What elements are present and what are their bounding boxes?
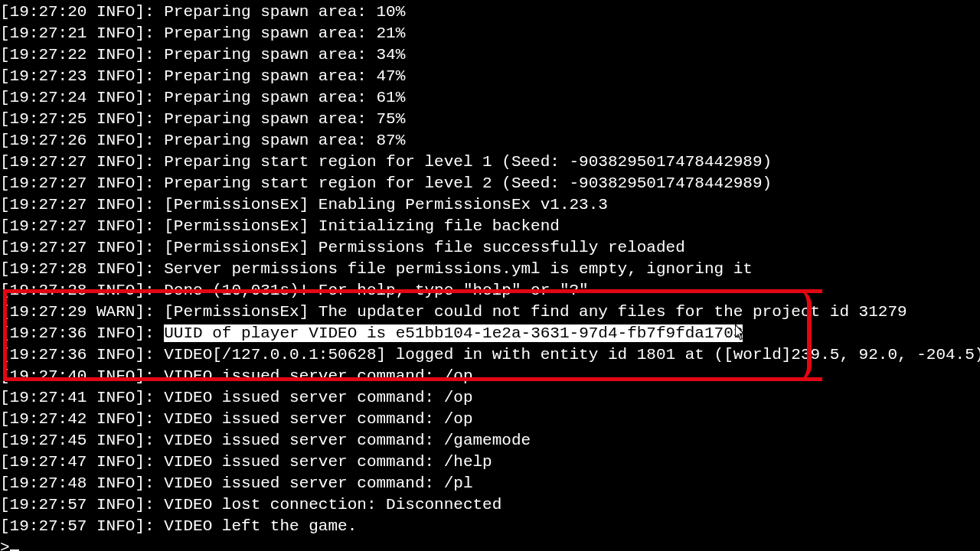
log-line: [19:27:36 INFO]: VIDEO[/127.0.0.1:50628]… bbox=[0, 344, 980, 366]
log-line: [19:27:41 INFO]: VIDEO issued server com… bbox=[0, 387, 980, 409]
prompt-symbol: > bbox=[0, 539, 10, 551]
log-line: [19:27:27 INFO]: Preparing start region … bbox=[0, 152, 980, 173]
log-line: [19:27:23 INFO]: Preparing spawn area: 4… bbox=[0, 66, 980, 87]
log-line: [19:27:25 INFO]: Preparing spawn area: 7… bbox=[0, 109, 980, 130]
log-line: [19:27:26 INFO]: Preparing spawn area: 8… bbox=[0, 130, 980, 152]
log-line-uuid: [19:27:36 INFO]: UUID of player VIDEO is… bbox=[0, 323, 980, 344]
log-line: [19:27:27 INFO]: [PermissionsEx] Initial… bbox=[0, 216, 980, 237]
log-line: [19:27:27 INFO]: Preparing start region … bbox=[0, 173, 980, 194]
log-line: [19:27:20 INFO]: Preparing spawn area: 1… bbox=[0, 2, 980, 23]
console-prompt[interactable]: > bbox=[0, 537, 980, 551]
log-line: [19:27:57 INFO]: VIDEO left the game. bbox=[0, 516, 980, 537]
log-line: [19:27:40 INFO]: VIDEO issued server com… bbox=[0, 366, 980, 387]
console-log: [19:27:20 INFO]: Preparing spawn area: 1… bbox=[0, 2, 980, 537]
log-line: [19:27:22 INFO]: Preparing spawn area: 3… bbox=[0, 44, 980, 66]
log-line: [19:27:24 INFO]: Preparing spawn area: 6… bbox=[0, 87, 980, 109]
log-line: [19:27:27 INFO]: [PermissionsEx] Permiss… bbox=[0, 237, 980, 259]
log-line: [19:27:45 INFO]: VIDEO issued server com… bbox=[0, 430, 980, 452]
log-line: [19:27:57 INFO]: VIDEO lost connection: … bbox=[0, 494, 980, 516]
log-line: [19:27:47 INFO]: VIDEO issued server com… bbox=[0, 452, 980, 473]
log-line: [19:27:29 WARN]: [PermissionsEx] The upd… bbox=[0, 302, 980, 323]
log-line: [19:27:48 INFO]: VIDEO issued server com… bbox=[0, 473, 980, 494]
log-line: [19:27:27 INFO]: [PermissionsEx] Enablin… bbox=[0, 194, 980, 216]
log-line: [19:27:28 INFO]: Done (10,031s)! For hel… bbox=[0, 280, 980, 302]
log-line: [19:27:42 INFO]: VIDEO issued server com… bbox=[0, 409, 980, 430]
text-selection[interactable]: UUID of player VIDEO is e51bb104-1e2a-36… bbox=[164, 324, 743, 342]
log-line: [19:27:21 INFO]: Preparing spawn area: 2… bbox=[0, 23, 980, 44]
log-prefix: [19:27:36 INFO]: bbox=[0, 324, 164, 342]
log-line: [19:27:28 INFO]: Server permissions file… bbox=[0, 259, 980, 280]
